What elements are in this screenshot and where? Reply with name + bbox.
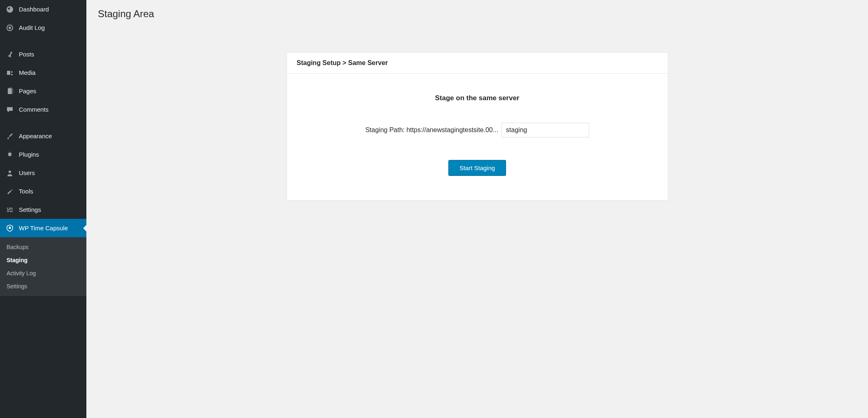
sidebar-item-label: Appearance: [19, 133, 52, 139]
media-icon: [5, 68, 15, 78]
sidebar-item-settings[interactable]: Settings: [0, 200, 86, 219]
sidebar-item-posts[interactable]: Posts: [0, 45, 86, 63]
pin-icon: [5, 49, 15, 59]
sidebar-subitem-staging[interactable]: Staging: [0, 254, 86, 267]
sidebar-item-wp-time-capsule[interactable]: WP Time Capsule: [0, 219, 86, 237]
sidebar-item-plugins[interactable]: Plugins: [0, 145, 86, 164]
sidebar-subitem-settings[interactable]: Settings: [0, 280, 86, 293]
staging-path-label: Staging Path: https://anewstagingtestsit…: [365, 126, 498, 134]
sidebar-item-comments[interactable]: Comments: [0, 100, 86, 119]
sidebar-item-media[interactable]: Media: [0, 63, 86, 82]
svg-point-2: [11, 71, 13, 73]
sidebar-item-dashboard[interactable]: Dashboard: [0, 0, 86, 18]
card-subtitle: Stage on the same server: [297, 94, 658, 102]
sidebar-item-label: Comments: [19, 106, 49, 113]
sidebar-item-label: Dashboard: [19, 6, 49, 13]
admin-sidebar: Dashboard Audit Log Posts Media Pages Co…: [0, 0, 86, 418]
sliders-icon: [5, 205, 15, 215]
pages-icon: [5, 86, 15, 96]
card-header: Staging Setup > Same Server: [287, 53, 668, 74]
plug-icon: [5, 150, 15, 160]
svg-point-1: [9, 27, 11, 29]
sidebar-subitem-activity-log[interactable]: Activity Log: [0, 267, 86, 280]
user-icon: [5, 168, 15, 178]
sidebar-separator: [0, 37, 86, 45]
sidebar-item-users[interactable]: Users: [0, 164, 86, 182]
sidebar-item-label: Audit Log: [19, 24, 45, 31]
sidebar-item-label: Settings: [19, 206, 41, 213]
wrench-icon: [5, 187, 15, 196]
shield-icon: [5, 223, 15, 233]
sidebar-item-label: Tools: [19, 188, 33, 195]
sidebar-separator: [0, 119, 86, 127]
sidebar-item-appearance[interactable]: Appearance: [0, 127, 86, 145]
main-area: Staging Area Staging Setup > Same Server…: [86, 0, 868, 418]
card-body: Stage on the same server Staging Path: h…: [287, 74, 668, 200]
svg-point-3: [9, 171, 11, 173]
staging-card: Staging Setup > Same Server Stage on the…: [287, 52, 668, 201]
audit-log-icon: [5, 23, 15, 33]
start-staging-button[interactable]: Start Staging: [448, 160, 506, 176]
sidebar-item-label: Media: [19, 69, 36, 76]
sidebar-item-pages[interactable]: Pages: [0, 82, 86, 100]
sidebar-item-label: WP Time Capsule: [19, 225, 68, 231]
page-title: Staging Area: [98, 8, 857, 20]
sidebar-item-label: Users: [19, 169, 35, 176]
sidebar-item-label: Pages: [19, 88, 36, 94]
svg-point-4: [9, 227, 11, 229]
dashboard-icon: [5, 4, 15, 14]
sidebar-submenu: Backups Staging Activity Log Settings: [0, 237, 86, 296]
sidebar-item-audit-log[interactable]: Audit Log: [0, 18, 86, 37]
staging-path-row: Staging Path: https://anewstagingtestsit…: [297, 123, 658, 137]
sidebar-item-label: Posts: [19, 51, 34, 58]
staging-path-input[interactable]: [502, 123, 589, 137]
comments-icon: [5, 105, 15, 115]
brush-icon: [5, 131, 15, 141]
sidebar-item-tools[interactable]: Tools: [0, 182, 86, 200]
sidebar-item-label: Plugins: [19, 151, 39, 158]
sidebar-subitem-backups[interactable]: Backups: [0, 240, 86, 254]
